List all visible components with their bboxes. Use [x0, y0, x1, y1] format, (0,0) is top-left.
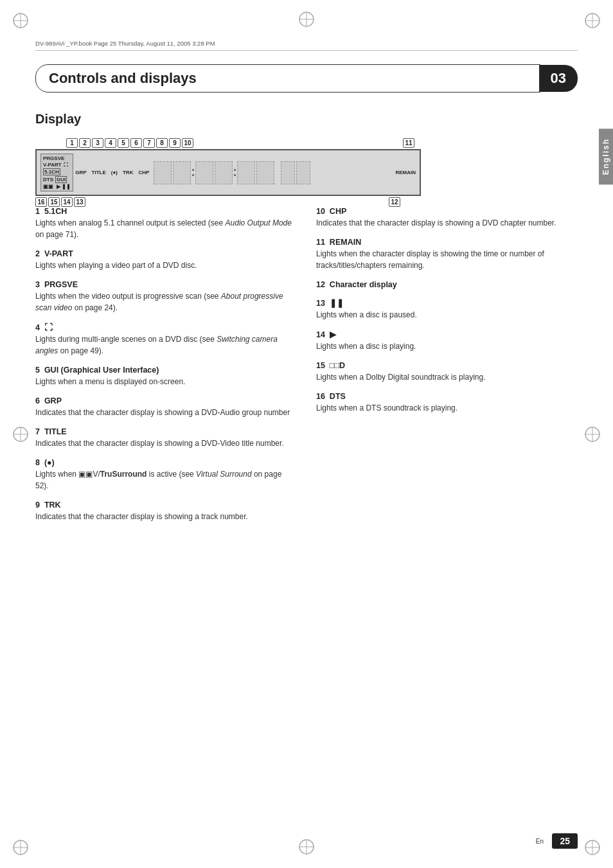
desc-6-title: 6 GRP [35, 396, 297, 405]
desc-5-text: Lights when a menu is displayed on-scree… [35, 376, 297, 387]
desc-6-text: Indicates that the character display is … [35, 407, 297, 418]
col-right: 10 CHP Indicates that the character disp… [316, 207, 578, 531]
page-number: 25 [552, 833, 578, 849]
desc-3-title: 3 PRGSVE [35, 280, 297, 289]
desc-1: 1 5.1CH Lights when analog 5.1 channel o… [35, 207, 297, 240]
desc-1-title: 1 5.1CH [35, 207, 297, 216]
dolby-icon: ▣▣ [43, 184, 53, 190]
seg-d5 [237, 161, 255, 184]
desc-2-title: 2 V-PART [35, 249, 297, 258]
trk-label: TRK [123, 170, 133, 175]
title-label: TITLE [92, 170, 106, 175]
desc-12: 12 Character display [316, 280, 578, 289]
label-14: 14 [61, 197, 73, 207]
dts-label: DTS [43, 177, 53, 182]
seg-d2 [173, 161, 191, 184]
desc-15: 15 □□D Lights when a Dolby Digital sound… [316, 361, 578, 383]
sidebar-language-label: English [599, 128, 613, 184]
chp-label: CHP [138, 170, 149, 175]
label-6: 6 [130, 138, 142, 148]
camera-icon: ⛶ [64, 163, 68, 167]
lcd-panel: PRGSVE V-PART ⛶ 5.1CH DTS GUI ▣▣▶ ❚❚ GRP… [35, 149, 421, 196]
label-2: 2 [79, 138, 91, 148]
desc-13: 13 ❚❚ Lights when a disc is paused. [316, 298, 578, 321]
reg-mark-top-center [298, 10, 315, 30]
seg-d1 [154, 161, 172, 184]
desc-8: 8 (●) Lights when ▣▣V/TruSurround is act… [35, 458, 297, 492]
label-1: 1 [66, 138, 78, 148]
lcd-mid-labels: GRP TITLE (●) TRK CHP [75, 170, 149, 175]
fivech-label: 5.1CH [43, 168, 60, 175]
desc-5-title: 5 GUI (Graphical User Interface) [35, 366, 297, 375]
bottom-number-row: 16 15 14 13 12 [35, 197, 421, 207]
reg-mark-bottom-center [298, 838, 315, 858]
chapter-badge: 03 [539, 65, 578, 92]
desc-8-title: 8 (●) [35, 458, 297, 467]
label-15: 15 [48, 197, 60, 207]
page-content: Controls and displays 03 Display 1 2 3 4… [35, 64, 578, 829]
seg-d4 [215, 161, 233, 184]
seg-d7 [281, 161, 295, 184]
label-12: 12 [389, 197, 400, 207]
descriptions: 1 5.1CH Lights when analog 5.1 channel o… [35, 207, 578, 531]
seg-d8 [296, 161, 310, 184]
desc-5: 5 GUI (Graphical User Interface) Lights … [35, 366, 297, 387]
desc-16-title: 16 DTS [316, 392, 578, 401]
grp-label: GRP [75, 170, 86, 175]
desc-9-text: Indicates that the character display is … [35, 511, 297, 522]
label-5: 5 [118, 138, 129, 148]
desc-16-text: Lights when a DTS soundtrack is playing. [316, 402, 578, 414]
reg-mark-ml [12, 425, 30, 443]
label-4: 4 [105, 138, 116, 148]
desc-10: 10 CHP Indicates that the character disp… [316, 207, 578, 229]
desc-3: 3 PRGSVE Lights when the video output is… [35, 280, 297, 314]
desc-12-title: 12 Character display [316, 280, 578, 289]
reg-mark-mr [583, 425, 601, 443]
desc-14-title: 14 ▶ [316, 330, 578, 339]
lcd-mid-section: GRP TITLE (●) TRK CHP [75, 170, 149, 175]
chapter-title-text: Controls and displays [49, 70, 197, 86]
desc-4-text: Lights during multi-angle scenes on a DV… [35, 333, 297, 357]
desc-10-text: Indicates that the character display is … [316, 217, 578, 229]
seg-d6 [256, 161, 274, 184]
reg-mark-br [583, 838, 601, 856]
lcd-seg-display [154, 161, 391, 184]
reg-mark-tl [12, 12, 30, 30]
desc-7: 7 TITLE Indicates that the character dis… [35, 427, 297, 449]
desc-16: 16 DTS Lights when a DTS soundtrack is p… [316, 392, 578, 414]
play-pause-icons: ▶ ❚❚ [57, 184, 71, 190]
desc-6: 6 GRP Indicates that the character displ… [35, 396, 297, 418]
desc-9: 9 TRK Indicates that the character displ… [35, 500, 297, 522]
gui-label: GUI [55, 176, 67, 183]
desc-13-title: 13 ❚❚ [316, 298, 578, 308]
label-11: 11 [403, 138, 414, 148]
label-13: 13 [74, 197, 85, 207]
label-10: 10 [182, 138, 193, 148]
seg-d3 [195, 161, 213, 184]
desc-7-text: Indicates that the character display is … [35, 438, 297, 449]
colon-2 [234, 169, 236, 176]
label-9: 9 [169, 138, 181, 148]
label-3: 3 [92, 138, 103, 148]
desc-1-text: Lights when analog 5.1 channel output is… [35, 217, 297, 240]
desc-14-text: Lights when a disc is playing. [316, 341, 578, 352]
vpart-label: V-PART [43, 162, 62, 168]
desc-15-title: 15 □□D [316, 361, 578, 370]
desc-15-text: Lights when a Dolby Digital soundtrack i… [316, 371, 578, 383]
desc-14: 14 ▶ Lights when a disc is playing. [316, 330, 578, 352]
display-diagram: 1 2 3 4 5 6 7 8 9 10 11 PRGSVE V-PART ⛶ … [35, 138, 421, 207]
chapter-title: Controls and displays [35, 64, 540, 93]
reg-mark-tr [583, 12, 601, 30]
prgsve-label: PRGSVE [43, 155, 64, 161]
desc-7-title: 7 TITLE [35, 427, 297, 436]
desc-10-title: 10 CHP [316, 207, 578, 216]
section-title: Display [35, 112, 578, 127]
desc-13-text: Lights when a disc is paused. [316, 309, 578, 321]
file-info: DV-989AVi _YP.book Page 25 Thursday, Aug… [35, 40, 215, 47]
title-banner: Controls and displays 03 [35, 64, 578, 93]
circle-label: (●) [111, 170, 118, 175]
page-suffix: En [536, 838, 544, 845]
desc-2-text: Lights when playing a video part of a DV… [35, 260, 297, 271]
desc-4: 4 ⛶ Lights during multi-angle scenes on … [35, 323, 297, 357]
lcd-left-labels: PRGSVE V-PART ⛶ 5.1CH DTS GUI ▣▣▶ ❚❚ [40, 154, 73, 191]
